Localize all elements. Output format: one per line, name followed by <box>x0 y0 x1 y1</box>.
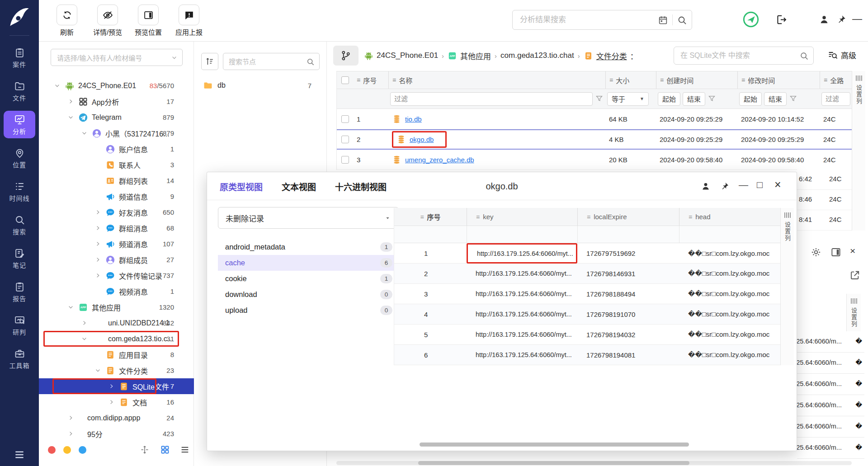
search-icon[interactable] <box>799 51 809 61</box>
name-filter-input[interactable] <box>390 92 593 106</box>
column-header-key[interactable]: ≡key <box>467 208 577 226</box>
db-table-item[interactable]: upload0 <box>218 302 399 318</box>
column-header-name[interactable]: ≡名称 <box>388 71 605 89</box>
chevron-right-icon[interactable] <box>67 414 74 421</box>
external-link-icon[interactable] <box>849 269 861 281</box>
size-operator-select[interactable]: 等于▼ <box>607 92 649 106</box>
breadcrumb-item[interactable]: 24CS_Phone.E01 <box>377 51 438 60</box>
chevron-down-icon[interactable] <box>81 130 88 137</box>
db-table-item[interactable]: android_metadata1 <box>218 239 399 255</box>
align-icon[interactable] <box>140 445 150 455</box>
column-header-created[interactable]: ≡创建时间 <box>656 71 737 89</box>
dialog-horizontal-scrollbar[interactable] <box>420 442 689 447</box>
chevron-down-icon[interactable] <box>94 367 101 374</box>
advanced-search-button[interactable]: 高级 <box>827 49 856 61</box>
send-status-icon[interactable] <box>742 10 760 28</box>
row-checkbox[interactable] <box>341 136 349 143</box>
pin-icon[interactable] <box>720 181 730 191</box>
tree-item[interactable]: com.geda123.tio.c...31 <box>39 331 194 347</box>
column-settings-strip[interactable]: 设置列 <box>852 71 865 231</box>
red-dot-filter[interactable] <box>48 446 56 454</box>
sort-nodes-button[interactable] <box>201 53 218 70</box>
user-icon[interactable] <box>701 181 711 191</box>
sidebar-menu-button[interactable] <box>0 449 39 461</box>
file-search-input[interactable] <box>680 52 799 60</box>
chevron-right-icon[interactable] <box>94 209 101 216</box>
dialog-tab[interactable]: 文本视图 <box>282 180 316 193</box>
tree-view-toggle-button[interactable] <box>333 46 359 66</box>
tree-item[interactable]: 文件分类23 <box>39 362 194 378</box>
tree-item[interactable]: 频道消息107 <box>39 236 194 252</box>
file-row[interactable]: 1tio.db64 KB2024-09-20 09:25:292024-09-2… <box>337 109 852 129</box>
column-header-no[interactable]: ≡序号 <box>353 71 388 89</box>
db-table-item[interactable]: download0 <box>218 287 399 302</box>
chevron-down-icon[interactable] <box>67 304 74 311</box>
tree-item[interactable]: 95分423 <box>39 426 194 442</box>
dialog-minimize-button[interactable]: — <box>739 179 748 190</box>
tree-item[interactable]: SQLite文件7 <box>39 378 194 394</box>
column-header-head[interactable]: ≡head <box>679 208 781 226</box>
user-icon[interactable] <box>819 14 830 25</box>
pin-icon[interactable] <box>836 14 847 25</box>
created-end-button[interactable]: 结束 <box>683 92 705 106</box>
main-horizontal-scrollbar[interactable] <box>336 461 852 465</box>
modified-end-button[interactable]: 结束 <box>764 92 787 106</box>
file-link[interactable]: tio.db <box>405 115 422 123</box>
toolbar-button-detail-preview[interactable]: 详情/预览 <box>86 5 129 37</box>
column-header-localExpire[interactable]: ≡localExpire <box>577 208 679 226</box>
modified-start-button[interactable]: 起始 <box>739 92 762 106</box>
breadcrumb-item[interactable]: com.geda123.tio.chat <box>500 51 574 60</box>
minimize-button[interactable]: — <box>852 13 862 25</box>
tree-item[interactable]: 小黑（531724716...879 <box>39 125 194 141</box>
tree-item[interactable]: 群组成员27 <box>39 252 194 268</box>
chevron-right-icon[interactable] <box>94 256 101 263</box>
sidebar-item-research[interactable]: 研判 <box>4 311 35 339</box>
tree-item[interactable]: 文件传输记录737 <box>39 268 194 283</box>
tree-item[interactable]: 文档16 <box>39 394 194 410</box>
toolbar-button-app-report[interactable]: 应用上报 <box>167 5 211 37</box>
holder-filter-select[interactable]: 请选择/输入持有人/检材编号 <box>51 49 183 66</box>
chevron-down-icon[interactable] <box>67 114 74 121</box>
column-header-path[interactable]: ≡全路 <box>820 71 852 89</box>
breadcrumb-item[interactable]: 文件分类 <box>596 50 627 61</box>
column-header-modified[interactable]: ≡修改时间 <box>737 71 820 89</box>
chevron-right-icon[interactable] <box>108 399 115 405</box>
export-icon[interactable] <box>775 14 788 26</box>
panel-toggle-icon[interactable] <box>830 246 842 258</box>
tree-item[interactable]: 应用目录8 <box>39 347 194 362</box>
record-filter-select[interactable]: 未删除记录 <box>218 207 399 229</box>
tree-item[interactable]: 24CS_Phone.E0183/5670 <box>39 78 194 94</box>
dialog-close-button[interactable]: × <box>774 178 781 191</box>
dialog-table-row[interactable]: 2http://163.179.125.64:6060/myt...172679… <box>394 264 780 284</box>
breadcrumb-item[interactable]: 其他应用 <box>460 50 491 61</box>
dialog-maximize-button[interactable]: □ <box>757 179 763 190</box>
filter-funnel-icon[interactable] <box>595 94 604 103</box>
chevron-right-icon[interactable] <box>67 98 74 105</box>
dialog-table-row[interactable]: 6http://163.179.125.64:6060/myt...172679… <box>394 345 780 365</box>
sidebar-item-note[interactable]: 笔记 <box>4 245 35 272</box>
sidebar-item-case[interactable]: 案件 <box>4 44 35 71</box>
chevron-right-icon[interactable] <box>94 272 101 279</box>
chevron-right-icon[interactable] <box>81 320 88 326</box>
created-start-button[interactable]: 起始 <box>658 92 680 106</box>
tree-item[interactable]: 频道信息9 <box>39 188 194 204</box>
filter-funnel-icon[interactable] <box>708 94 716 103</box>
tree-item[interactable]: 好友消息650 <box>39 204 194 220</box>
dialog-table-row[interactable]: 4http://163.179.125.64:6060/myt...172679… <box>394 304 780 325</box>
tree-item[interactable]: com.didipp.appp24 <box>39 410 194 426</box>
sidebar-item-toolbox[interactable]: 工具箱 <box>4 345 35 372</box>
sidebar-item-timeline[interactable]: 时间线 <box>4 178 35 205</box>
tree-item[interactable]: 账户信息1 <box>39 141 194 157</box>
chevron-right-icon[interactable] <box>108 383 115 390</box>
column-header-no[interactable]: ≡序号 <box>394 208 467 226</box>
file-row[interactable]: 3umeng_zero_cache.db20 KB2024-09-20 09:5… <box>337 150 852 170</box>
tree-item[interactable]: 群组消息68 <box>39 220 194 236</box>
blue-dot-filter[interactable] <box>79 446 86 454</box>
sidebar-item-file[interactable]: 文件 <box>4 77 35 105</box>
chevron-right-icon[interactable] <box>67 430 74 437</box>
file-link[interactable]: umeng_zero_cache.db <box>405 156 474 164</box>
close-preview-icon[interactable]: × <box>850 245 855 256</box>
tree-item[interactable]: 群组列表14 <box>39 173 194 188</box>
result-search-input[interactable] <box>520 15 658 24</box>
chevron-down-icon[interactable] <box>81 335 88 342</box>
